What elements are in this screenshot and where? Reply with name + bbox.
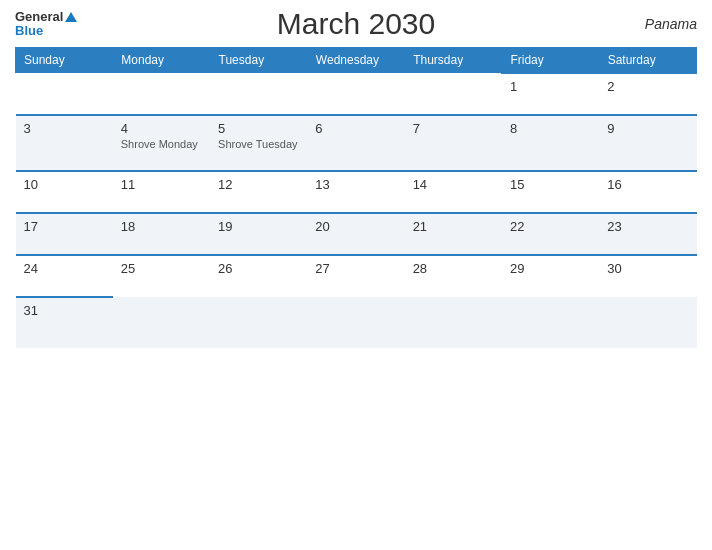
calendar-cell: 10	[16, 171, 113, 213]
calendar-cell	[113, 73, 210, 115]
day-number: 31	[24, 303, 105, 318]
calendar-cell: 14	[405, 171, 502, 213]
day-number: 8	[510, 121, 591, 136]
calendar-cell: 27	[307, 255, 404, 297]
day-number: 28	[413, 261, 494, 276]
calendar-row: 12	[16, 73, 697, 115]
calendar-row: 34Shrove Monday5Shrove Tuesday6789	[16, 115, 697, 171]
calendar-cell: 22	[502, 213, 599, 255]
logo-blue-text: Blue	[15, 24, 43, 38]
day-number: 24	[24, 261, 105, 276]
calendar-cell: 17	[16, 213, 113, 255]
calendar-container: General Blue March 2030 Panama Sunday Mo…	[0, 0, 712, 550]
logo-general-text: General	[15, 10, 63, 24]
calendar-table: Sunday Monday Tuesday Wednesday Thursday…	[15, 47, 697, 348]
calendar-cell: 18	[113, 213, 210, 255]
header-tuesday: Tuesday	[210, 47, 307, 73]
header-friday: Friday	[502, 47, 599, 73]
calendar-cell: 13	[307, 171, 404, 213]
calendar-cell: 8	[502, 115, 599, 171]
day-number: 21	[413, 219, 494, 234]
calendar-cell: 24	[16, 255, 113, 297]
calendar-row: 10111213141516	[16, 171, 697, 213]
header-saturday: Saturday	[599, 47, 696, 73]
calendar-cell: 11	[113, 171, 210, 213]
calendar-cell: 29	[502, 255, 599, 297]
day-number: 19	[218, 219, 299, 234]
calendar-cell	[113, 297, 210, 348]
calendar-cell	[502, 297, 599, 348]
day-number: 25	[121, 261, 202, 276]
event-label: Shrove Monday	[121, 138, 202, 150]
calendar-row: 24252627282930	[16, 255, 697, 297]
header-sunday: Sunday	[16, 47, 113, 73]
day-number: 5	[218, 121, 299, 136]
header-monday: Monday	[113, 47, 210, 73]
calendar-cell: 19	[210, 213, 307, 255]
country-label: Panama	[645, 16, 697, 32]
calendar-cell	[405, 73, 502, 115]
calendar-cell: 21	[405, 213, 502, 255]
calendar-cell: 26	[210, 255, 307, 297]
calendar-cell	[307, 297, 404, 348]
day-number: 14	[413, 177, 494, 192]
calendar-cell: 31	[16, 297, 113, 348]
calendar-cell	[210, 73, 307, 115]
day-number: 2	[607, 79, 688, 94]
logo-triangle-icon	[65, 12, 77, 22]
logo: General Blue	[15, 10, 77, 39]
day-number: 29	[510, 261, 591, 276]
day-number: 7	[413, 121, 494, 136]
calendar-row: 17181920212223	[16, 213, 697, 255]
day-number: 26	[218, 261, 299, 276]
calendar-cell: 28	[405, 255, 502, 297]
calendar-cell: 5Shrove Tuesday	[210, 115, 307, 171]
calendar-title: March 2030	[277, 7, 435, 41]
calendar-cell	[405, 297, 502, 348]
calendar-cell: 25	[113, 255, 210, 297]
day-number: 11	[121, 177, 202, 192]
day-number: 10	[24, 177, 105, 192]
calendar-cell: 23	[599, 213, 696, 255]
calendar-cell	[599, 297, 696, 348]
calendar-cell: 2	[599, 73, 696, 115]
day-number: 30	[607, 261, 688, 276]
day-number: 22	[510, 219, 591, 234]
calendar-cell: 9	[599, 115, 696, 171]
calendar-row: 31	[16, 297, 697, 348]
header-wednesday: Wednesday	[307, 47, 404, 73]
event-label: Shrove Tuesday	[218, 138, 299, 150]
calendar-cell: 30	[599, 255, 696, 297]
calendar-cell: 1	[502, 73, 599, 115]
calendar-cell	[210, 297, 307, 348]
calendar-cell: 4Shrove Monday	[113, 115, 210, 171]
calendar-cell: 3	[16, 115, 113, 171]
calendar-cell	[307, 73, 404, 115]
calendar-cell: 15	[502, 171, 599, 213]
header-thursday: Thursday	[405, 47, 502, 73]
day-number: 3	[24, 121, 105, 136]
day-number: 1	[510, 79, 591, 94]
calendar-cell: 7	[405, 115, 502, 171]
day-number: 4	[121, 121, 202, 136]
calendar-cell: 12	[210, 171, 307, 213]
day-number: 9	[607, 121, 688, 136]
calendar-cell: 6	[307, 115, 404, 171]
calendar-cell: 20	[307, 213, 404, 255]
day-number: 13	[315, 177, 396, 192]
calendar-header: General Blue March 2030 Panama	[15, 10, 697, 39]
day-number: 20	[315, 219, 396, 234]
day-number: 15	[510, 177, 591, 192]
day-number: 17	[24, 219, 105, 234]
weekday-header-row: Sunday Monday Tuesday Wednesday Thursday…	[16, 47, 697, 73]
day-number: 27	[315, 261, 396, 276]
day-number: 18	[121, 219, 202, 234]
day-number: 23	[607, 219, 688, 234]
calendar-cell	[16, 73, 113, 115]
day-number: 6	[315, 121, 396, 136]
calendar-cell: 16	[599, 171, 696, 213]
day-number: 16	[607, 177, 688, 192]
day-number: 12	[218, 177, 299, 192]
